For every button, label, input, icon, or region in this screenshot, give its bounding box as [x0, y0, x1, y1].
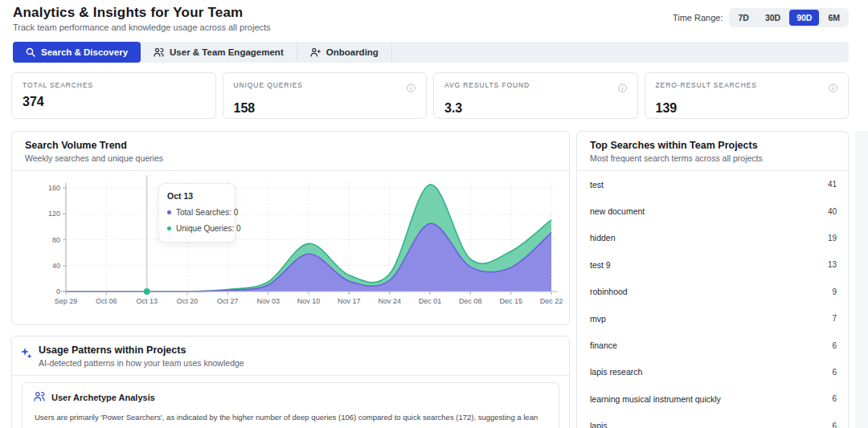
- search-term-row: lapis6: [577, 413, 848, 428]
- search-term: test: [590, 180, 604, 190]
- svg-text:Nov 03: Nov 03: [256, 297, 280, 305]
- panel-title: Search Volume Trend: [25, 140, 556, 151]
- search-term-row: robinhood9: [577, 279, 848, 305]
- tab-strip: Search & Discovery User & Team Engagemen…: [13, 42, 849, 63]
- stat-value: 374: [23, 95, 205, 109]
- time-range-7d-button[interactable]: 7D: [731, 10, 755, 26]
- tooltip-date: Oct 13: [167, 191, 227, 201]
- series-dot: [167, 226, 171, 230]
- search-term-row: test 913: [577, 251, 848, 278]
- search-count: 13: [828, 260, 837, 269]
- tab-user-team-engagement[interactable]: User & Team Engagement: [141, 42, 297, 63]
- stats-row: TOTAL SEARCHES 374 UNIQUE QUERIES 158 AV…: [11, 72, 849, 119]
- usage-patterns-panel: Usage Patterns within Projects AI-detect…: [11, 336, 570, 428]
- tooltip-text: Total Searches: 0: [176, 208, 238, 217]
- panel-subtitle: Weekly searches and unique queries: [25, 153, 556, 163]
- svg-text:Nov 10: Nov 10: [297, 297, 321, 305]
- svg-text:Dec 22: Dec 22: [540, 297, 563, 305]
- svg-text:Oct 13: Oct 13: [136, 297, 158, 305]
- search-term: new document: [590, 206, 645, 216]
- time-range-90d-button[interactable]: 90D: [789, 10, 819, 26]
- search-count: 6: [832, 368, 837, 377]
- stat-card-unique-queries: UNIQUE QUERIES 158: [223, 72, 428, 119]
- scrollbar-track[interactable]: [855, 131, 868, 428]
- insight-card-user-archetype: User Archetype Analysis Users are primar…: [22, 382, 559, 428]
- insight-title: User Archetype Analysis: [51, 393, 155, 402]
- top-searches-list: test41new document40hidden19test 913robi…: [577, 171, 848, 428]
- series-dot: [167, 210, 171, 214]
- sparkles-icon: [20, 344, 33, 363]
- users-icon: [34, 390, 45, 405]
- stat-value: 3.3: [444, 101, 627, 116]
- tab-label: User & Team Engagement: [170, 47, 284, 57]
- svg-text:0: 0: [56, 287, 60, 296]
- search-count: 7: [832, 314, 837, 323]
- search-term: finance: [590, 340, 617, 350]
- search-volume-header: Search Volume Trend Weekly searches and …: [12, 132, 569, 171]
- panel-subtitle: Most frequent search terms across all pr…: [590, 153, 835, 163]
- search-term-row: new document40: [577, 198, 848, 224]
- search-term-row: hidden19: [577, 225, 848, 251]
- stat-label: TOTAL SEARCHES: [23, 81, 93, 89]
- panel-subtitle: AI-detected patterns in how your team us…: [39, 358, 244, 368]
- search-count: 19: [828, 234, 837, 243]
- search-term: learning musical instrument quickly: [590, 394, 721, 404]
- search-count: 40: [828, 207, 837, 216]
- stat-label: AVG RESULTS FOUND: [444, 81, 530, 89]
- search-icon: [26, 47, 35, 57]
- tab-onboarding[interactable]: Onboarding: [297, 42, 392, 63]
- stat-value: 158: [234, 101, 416, 116]
- search-term-row: lapis research6: [577, 359, 848, 385]
- svg-text:Dec 01: Dec 01: [419, 297, 442, 305]
- panel-title: Top Searches within Team Projects: [590, 140, 835, 151]
- user-plus-icon: [310, 47, 321, 57]
- search-count: 6: [832, 394, 837, 403]
- search-count: 9: [832, 287, 837, 296]
- search-term-row: test41: [577, 171, 848, 198]
- svg-text:Oct 20: Oct 20: [177, 297, 199, 305]
- svg-text:Nov 17: Nov 17: [338, 297, 361, 305]
- chart-tooltip: Oct 13 Total Searches: 0 Unique Queries:…: [158, 183, 235, 243]
- top-searches-panel: Top Searches within Team Projects Most f…: [576, 131, 849, 428]
- time-range-label: Time Range:: [673, 13, 723, 22]
- search-volume-chart[interactable]: 04080120160Sep 29Oct 06Oct 13Oct 20Oct 2…: [12, 169, 569, 325]
- info-icon[interactable]: [829, 81, 837, 96]
- search-term: lapis: [590, 421, 608, 428]
- search-term: mvp: [590, 314, 606, 324]
- search-count: 6: [832, 341, 837, 350]
- stat-label: ZERO-RESULT SEARCHES: [656, 81, 757, 89]
- info-icon[interactable]: [407, 81, 416, 96]
- usage-patterns-header: Usage Patterns within Projects AI-detect…: [12, 336, 569, 376]
- tab-label: Search & Discovery: [41, 47, 128, 57]
- search-volume-panel: Search Volume Trend Weekly searches and …: [11, 131, 570, 325]
- stat-card-total-searches: TOTAL SEARCHES 374: [11, 72, 216, 119]
- time-range-6m-button[interactable]: 6M: [821, 10, 847, 26]
- stat-card-avg-results: AVG RESULTS FOUND 3.3: [433, 72, 638, 119]
- time-range-control: Time Range: 7D 30D 90D 6M: [673, 8, 849, 27]
- tooltip-row-total-searches: Total Searches: 0: [167, 208, 227, 217]
- stat-card-zero-result: ZERO-RESULT SEARCHES 139: [645, 72, 850, 119]
- svg-text:Sep 29: Sep 29: [55, 297, 78, 305]
- top-searches-header: Top Searches within Team Projects Most f…: [577, 132, 848, 171]
- info-icon[interactable]: [618, 81, 627, 96]
- tooltip-text: Unique Queries: 0: [176, 224, 241, 233]
- page-title: Analytics & Insights for Your Team: [13, 5, 243, 21]
- time-range-segmented: 7D 30D 90D 6M: [729, 8, 849, 27]
- page-subtitle: Track team performance and knowledge usa…: [13, 22, 271, 32]
- tab-label: Onboarding: [326, 47, 379, 57]
- tooltip-row-unique-queries: Unique Queries: 0: [167, 224, 227, 233]
- search-count: 41: [828, 180, 837, 189]
- search-term-row: mvp7: [577, 305, 848, 332]
- stat-label: UNIQUE QUERIES: [234, 81, 303, 89]
- tab-search-discovery[interactable]: Search & Discovery: [13, 42, 141, 63]
- search-term: test 9: [590, 260, 611, 270]
- time-range-30d-button[interactable]: 30D: [758, 10, 788, 26]
- stat-value: 139: [656, 101, 838, 116]
- search-count: 6: [832, 422, 837, 428]
- svg-text:40: 40: [52, 262, 60, 270]
- search-term-row: finance6: [577, 332, 848, 358]
- svg-text:120: 120: [48, 210, 60, 218]
- panel-title: Usage Patterns within Projects: [39, 344, 244, 356]
- svg-text:Oct 06: Oct 06: [96, 297, 117, 305]
- svg-text:Oct 27: Oct 27: [217, 297, 239, 305]
